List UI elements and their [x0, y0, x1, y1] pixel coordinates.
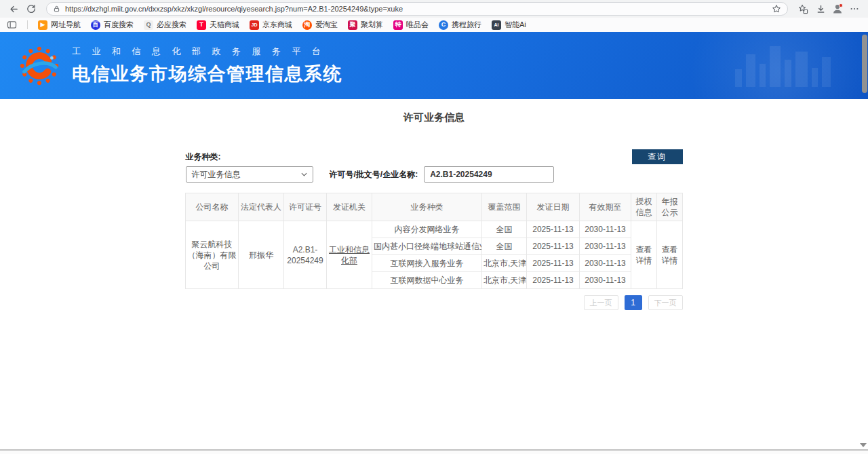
category-label: 业务种类:	[186, 151, 683, 163]
bookmark-bing[interactable]: Q 必应搜索	[144, 20, 186, 30]
bookmark-label: 爱淘宝	[315, 20, 338, 30]
bookmark-jd[interactable]: JD 京东商城	[250, 20, 292, 30]
bookmarks-bar: ▶ 网址导航 百 百度搜索 Q 必应搜索 T 天猫商城 JD 京东商城 淘 爱淘…	[0, 18, 868, 32]
system-title: 电信业务市场综合管理信息系统	[72, 62, 342, 86]
col-business-type: 业务种类	[372, 193, 482, 221]
favorites-hub-icon[interactable]	[795, 1, 811, 16]
scrollbar-thumb[interactable]	[862, 35, 867, 93]
pagination: 上一页 1 下一页	[186, 295, 683, 310]
vip-icon: 特	[393, 20, 403, 30]
valid-until-cell: 2030-11-13	[580, 272, 631, 289]
col-auth-info: 授权信息	[631, 193, 657, 221]
valid-until-cell: 2030-11-13	[580, 255, 631, 272]
address-bar[interactable]: https://dxzhgl.miit.gov.cn/dxxzsp/xkz/xk…	[46, 2, 788, 16]
back-arrow-icon	[9, 4, 19, 14]
col-issuer: 发证机关	[327, 193, 372, 221]
table-row: 聚云航科技（海南）有限公司 邢振华 A2.B1-20254249 工业和信息化部…	[186, 221, 683, 238]
bookmark-ai[interactable]: Ai 智能Ai	[492, 20, 526, 30]
col-annual-report: 年报公示	[657, 193, 683, 221]
business-type-cell: 内容分发网络业务	[372, 221, 482, 238]
bookmark-label: 智能Ai	[505, 20, 526, 30]
category-select-value: 许可业务信息	[192, 169, 241, 181]
issue-date-cell: 2025-11-13	[527, 272, 580, 289]
col-coverage: 覆盖范围	[482, 193, 527, 221]
bookmark-baidu[interactable]: 百 百度搜索	[91, 20, 134, 30]
back-button[interactable]	[5, 1, 22, 16]
issue-date-cell: 2025-11-13	[527, 255, 580, 272]
business-type-cell: 互联网数据中心业务	[372, 272, 482, 289]
refresh-icon	[26, 4, 36, 14]
keyword-label: 许可号/批文号/企业名称:	[330, 169, 418, 181]
bookmark-taobao[interactable]: 淘 爱淘宝	[302, 20, 338, 30]
baidu-icon: 百	[91, 20, 100, 30]
next-page-button[interactable]: 下一页	[648, 295, 683, 310]
browser-toolbar: https://dxzhgl.miit.gov.cn/dxxzsp/xkz/xk…	[0, 0, 868, 18]
category-select[interactable]: 许可业务信息	[186, 166, 313, 183]
site-info-lock-icon	[53, 5, 60, 13]
coverage-cell: 全国	[482, 238, 527, 255]
bookmark-ctrip[interactable]: C 携程旅行	[439, 20, 481, 30]
annual-report-detail-link[interactable]: 查看详情	[662, 245, 678, 265]
downloads-icon[interactable]	[812, 1, 829, 16]
issuer-cell: 工业和信息化部	[327, 221, 372, 289]
bookmark-label: 唯品会	[406, 20, 429, 30]
current-page-button[interactable]: 1	[625, 295, 642, 310]
header-skyline-decoration	[735, 46, 831, 87]
site-header: 工业和信息化部政务服务平台 电信业务市场综合管理信息系统	[0, 32, 868, 99]
bookmark-label: 携程旅行	[452, 20, 481, 30]
issue-date-cell: 2025-11-13	[527, 238, 580, 255]
miit-logo	[18, 45, 60, 87]
platform-line: 工业和信息化部政务服务平台	[72, 45, 342, 58]
header-titles: 工业和信息化部政务服务平台 电信业务市场综合管理信息系统	[72, 45, 342, 86]
valid-until-cell: 2030-11-13	[580, 221, 631, 238]
issue-date-cell: 2025-11-13	[527, 221, 580, 238]
bookmark-label: 必应搜索	[157, 20, 186, 30]
bookmark-label: 天猫商城	[210, 20, 239, 30]
bookmarks-separator	[27, 20, 28, 29]
query-form: 业务种类: 许可业务信息 许可号/批文号/企业名称: 查询	[186, 151, 683, 183]
bookmark-label: 京东商城	[262, 20, 292, 30]
keyword-input[interactable]	[424, 166, 554, 183]
nav-site-icon: ▶	[38, 20, 47, 30]
auth-detail-link[interactable]: 查看详情	[636, 245, 652, 265]
chevron-down-icon	[301, 172, 307, 176]
browser-menu-icon[interactable]	[846, 1, 863, 16]
jd-icon: JD	[250, 20, 259, 30]
bookmark-nav[interactable]: ▶ 网址导航	[38, 20, 81, 30]
bookmark-label: 网址导航	[51, 20, 81, 30]
table-header-row: 公司名称 法定代表人 许可证号 发证机关 业务种类 覆盖范围 发证日期 有效期至…	[186, 193, 683, 221]
sidebar-panel-icon[interactable]	[7, 20, 17, 29]
window-bottom-edge	[0, 449, 868, 454]
bookmark-label: 百度搜索	[104, 20, 134, 30]
col-company: 公司名称	[186, 193, 239, 221]
refresh-button[interactable]	[23, 1, 39, 16]
col-license-no: 许可证号	[284, 193, 327, 221]
search-button[interactable]: 查询	[632, 149, 683, 164]
business-type-cell: 国内甚小口径终端地球站通信业务	[372, 238, 482, 255]
company-name-cell: 聚云航科技（海南）有限公司	[186, 221, 239, 289]
page-content: 许可业务信息 业务种类: 许可业务信息 许可号/批文号/企业名称: 查询 公司名…	[0, 111, 868, 310]
juhuasuan-icon: 聚	[348, 20, 357, 30]
taobao-icon: 淘	[302, 20, 312, 30]
bookmark-label: 聚划算	[361, 20, 383, 30]
page-title: 许可业务信息	[0, 111, 868, 124]
license-table: 公司名称 法定代表人 许可证号 发证机关 业务种类 覆盖范围 发证日期 有效期至…	[185, 193, 683, 289]
scrollbar-down-arrow-icon[interactable]	[860, 443, 867, 447]
legal-rep-cell: 邢振华	[239, 221, 284, 289]
browser-chrome: https://dxzhgl.miit.gov.cn/dxxzsp/xkz/xk…	[0, 0, 868, 32]
favorite-star-icon[interactable]	[772, 4, 781, 14]
ctrip-icon: C	[439, 20, 448, 30]
bing-icon: Q	[144, 20, 153, 30]
bookmark-juhuasuan[interactable]: 聚 聚划算	[348, 20, 383, 30]
bookmark-tmall[interactable]: T 天猫商城	[197, 20, 239, 30]
url-text[interactable]: https://dxzhgl.miit.gov.cn/dxxzsp/xkz/xk…	[65, 5, 767, 13]
issuer-link[interactable]: 工业和信息化部	[329, 245, 370, 265]
auth-info-cell: 查看详情	[631, 221, 657, 289]
bookmark-vip[interactable]: 特 唯品会	[393, 20, 429, 30]
valid-until-cell: 2030-11-13	[580, 238, 631, 255]
profile-avatar[interactable]	[830, 1, 845, 16]
annual-report-cell: 查看详情	[657, 221, 683, 289]
prev-page-button[interactable]: 上一页	[584, 295, 618, 310]
business-type-cell: 互联网接入服务业务	[372, 255, 482, 272]
col-legal-rep: 法定代表人	[239, 193, 284, 221]
